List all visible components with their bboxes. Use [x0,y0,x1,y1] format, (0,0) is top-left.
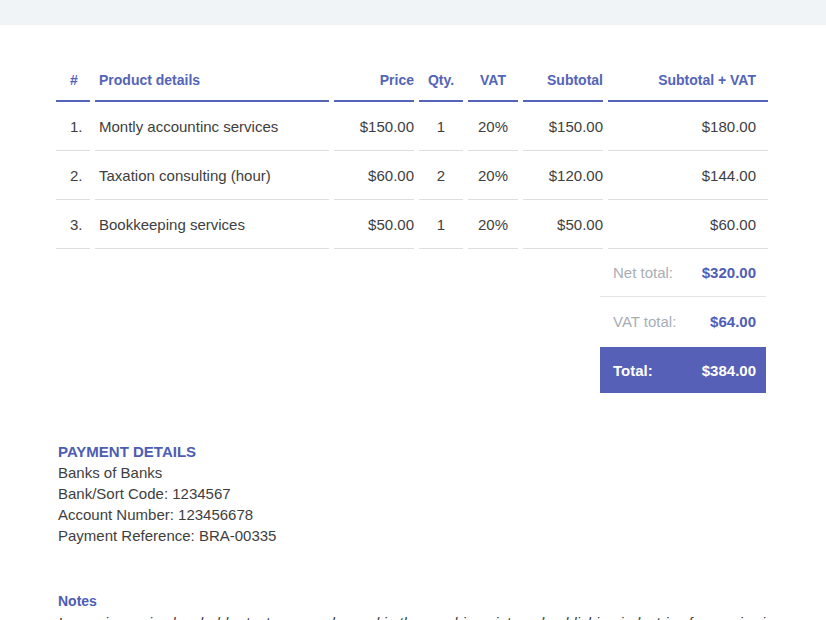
notes-body-text: Lorem ipsum is placeholder text commonly… [58,612,826,620]
grand-total-label: Total: [613,362,653,379]
vat-total-value: $64.00 [710,313,756,330]
row-subtotal: $120.00 [523,151,603,200]
column-header-product: Product details [95,60,329,102]
table-header-row: # Product details Price Qty. VAT Subtota… [56,60,768,102]
row-subtotal: $150.00 [523,102,603,151]
row-subtotal-vat: $60.00 [608,200,768,249]
column-header-subtotal: Subtotal [523,60,603,102]
grand-total-value: $384.00 [702,362,756,379]
row-price: $150.00 [334,102,414,151]
table-row: 3. Bookkeeping services $50.00 1 20% $50… [56,200,768,249]
row-product: Bookkeeping services [95,200,329,249]
payment-details-heading: PAYMENT DETAILS [58,442,826,462]
row-subtotal: $50.00 [523,200,603,249]
net-total-value: $320.00 [702,264,756,281]
column-header-number: # [56,60,90,102]
row-subtotal-vat: $144.00 [608,151,768,200]
row-number: 1. [56,102,90,151]
net-total-row: Net total: $320.00 [600,249,766,297]
row-product: Montly accountinc services [95,102,329,151]
column-header-subtotal-vat: Subtotal + VAT [608,60,768,102]
payment-bank-name: Banks of Banks [58,462,826,483]
row-product: Taxation consulting (hour) [95,151,329,200]
totals-section: Net total: $320.00 VAT total: $64.00 Tot… [600,249,766,393]
row-vat: 20% [468,151,518,200]
notes-section: Notes Lorem ipsum is placeholder text co… [58,591,826,620]
payment-sort-code: Bank/Sort Code: 1234567 [58,483,826,504]
grand-total-box: Total: $384.00 [600,347,766,393]
top-accent-bar [0,0,826,25]
column-header-price: Price [334,60,414,102]
row-qty: 1 [419,200,463,249]
row-vat: 20% [468,200,518,249]
column-header-vat: VAT [468,60,518,102]
row-vat: 20% [468,102,518,151]
row-subtotal-vat: $180.00 [608,102,768,151]
payment-reference: Payment Reference: BRA-00335 [58,525,826,546]
column-header-qty: Qty. [419,60,463,102]
table-row: 1. Montly accountinc services $150.00 1 … [56,102,768,151]
table-row: 2. Taxation consulting (hour) $60.00 2 2… [56,151,768,200]
invoice-items-table: # Product details Price Qty. VAT Subtota… [51,60,773,249]
notes-heading: Notes [58,591,826,611]
row-qty: 1 [419,102,463,151]
row-price: $50.00 [334,200,414,249]
vat-total-row: VAT total: $64.00 [600,297,766,345]
net-total-label: Net total: [613,264,673,281]
payment-details-section: PAYMENT DETAILS Banks of Banks Bank/Sort… [58,442,826,546]
payment-account-number: Account Number: 123456678 [58,504,826,525]
row-price: $60.00 [334,151,414,200]
row-number: 3. [56,200,90,249]
vat-total-label: VAT total: [613,313,676,330]
row-qty: 2 [419,151,463,200]
row-number: 2. [56,151,90,200]
